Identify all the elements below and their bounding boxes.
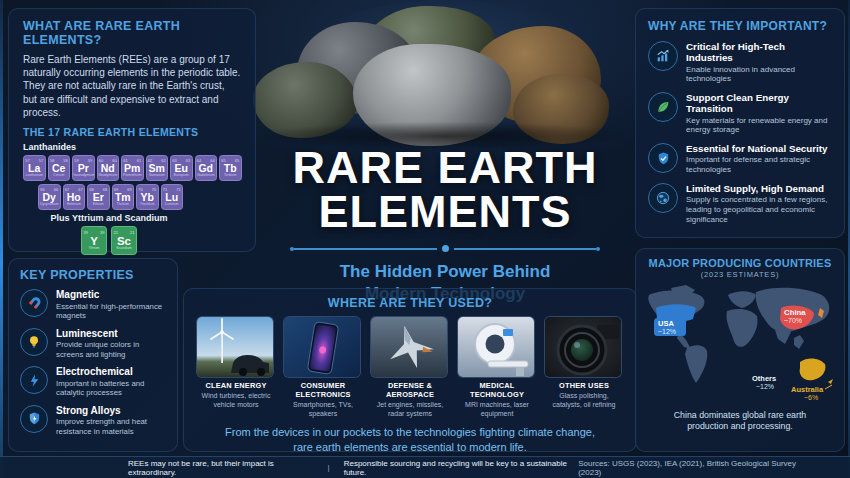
why-item-clean-energy: Support Clean Energy Transition Key mate… [648, 92, 832, 135]
lanthanide-row-1: 5757LaLanthanum 5858CeCerium 5959PrPrase… [23, 155, 241, 181]
australia-value: ~6% [804, 394, 818, 401]
what-heading: WHAT ARE RARE EARTH ELEMENTS? [23, 19, 241, 47]
usage-card-other: OTHER USES Glass polishing, catalysts, o… [544, 316, 624, 418]
element-tile-er: 6868ErErbium [87, 184, 110, 210]
what-body: Rare Earth Elements (REEs) are a group o… [23, 53, 241, 119]
usa-label: USA [658, 319, 674, 328]
property-title: Luminescent [56, 328, 166, 340]
chart-growth-icon [648, 41, 678, 71]
why-title: Critical for High-Tech Industries [686, 41, 832, 64]
magnet-icon [20, 289, 48, 317]
usage-card-desc: Wind turbines, electric vehicle motors [196, 392, 276, 410]
title-line2: ELEMENTS [318, 186, 571, 237]
others-value: ~12% [756, 383, 774, 390]
property-magnetic: Magnetic Essential for high-performance … [20, 289, 166, 321]
property-luminescent: Luminescent Provide unique colors in scr… [20, 328, 166, 360]
infographic-canvas: RARE EARTH ELEMENTS The Hidden Power Beh… [0, 0, 850, 478]
producing-countries-panel: MAJOR PRODUCING COUNTRIES (2023 ESTIMATE… [635, 248, 845, 452]
element-tile-sm: 6262SmSamarium [146, 155, 169, 181]
footer-middle-text: Responsible sourcing and recycling will … [344, 459, 579, 477]
rare-earth-minerals-photo [245, 0, 645, 152]
element-tile-tb: 6565TbTerbium [219, 155, 242, 181]
element-tile-la: 5757LaLanthanum [23, 155, 46, 181]
map-subheading: (2023 ESTIMATES) [644, 270, 836, 279]
usage-card-title: CONSUMER ELECTRONICS [283, 382, 363, 400]
why-item-supply: Limited Supply, High Demand Supply is co… [648, 183, 832, 225]
element-tile-tm: 6969TmThulium [112, 184, 135, 210]
shield-icon [20, 405, 48, 433]
globe-icon [648, 183, 678, 213]
property-strong-alloys: Strong Alloys Improve strength and heat … [20, 405, 166, 437]
property-title: Strong Alloys [56, 405, 166, 417]
title-block: RARE EARTH ELEMENTS The Hidden Power Beh… [250, 146, 640, 305]
element-tile-gd: 6464GdGadolinium [195, 155, 218, 181]
smartphone-image [283, 316, 361, 378]
camera-lens-image [544, 316, 622, 378]
map-caption: China dominates global rare earth produc… [644, 410, 836, 433]
element-tile-pr: 5959PrPraseodymium [72, 155, 95, 181]
why-desc: Enable innovation in advanced technologi… [686, 65, 832, 85]
why-desc: Key materials for renewable energy and e… [686, 116, 832, 136]
element-tile-ho: 6767HoHolmium [63, 184, 86, 210]
mri-image [457, 316, 535, 378]
property-desc: Essential for high-performance magnets [56, 302, 166, 321]
usage-card-medical: MEDICAL TECHNOLOGY MRI machines, laser e… [457, 316, 537, 418]
element-tile-nd: 6060NdNeodymium [97, 155, 120, 181]
lightning-icon [20, 366, 48, 394]
usage-card-title: OTHER USES [544, 382, 624, 391]
usage-card-desc: Glass polishing, catalysts, oil refining [544, 392, 624, 410]
shield-check-icon [648, 143, 678, 173]
footer-bar: REEs may not be rare, but their impact i… [0, 456, 850, 478]
usage-tagline: From the devices in our pockets to the t… [194, 425, 626, 455]
elements-heading: THE 17 RARE EARTH ELEMENTS [23, 126, 241, 138]
element-tile-dy: 6666DyDysprosium [38, 184, 61, 210]
yttrium-scandium-block: Plus Yttrium and Scandium 3939YYttrium 2… [29, 213, 189, 255]
usage-card-consumer-electronics: CONSUMER ELECTRONICS Smartphones, TVs, s… [283, 316, 363, 418]
why-item-hightech: Critical for High-Tech Industries Enable… [648, 41, 832, 84]
element-tile-pm: 6161PmPromethium [121, 155, 144, 181]
why-title: Support Clean Energy Transition [686, 92, 832, 115]
page-title: RARE EARTH ELEMENTS [250, 146, 640, 234]
wind-turbine-image [196, 316, 274, 378]
usage-card-clean-energy: CLEAN ENERGY Wind turbines, electric veh… [196, 316, 276, 418]
why-desc: Supply is concentrated in a few regions,… [686, 195, 832, 224]
properties-heading: KEY PROPERTIES [20, 268, 166, 282]
element-tile-lu: 7171LuLutetium [161, 184, 184, 210]
usage-card-desc: MRI machines, laser equipment [457, 401, 537, 419]
key-properties-panel: KEY PROPERTIES Magnetic Essential for hi… [8, 258, 178, 452]
lightbulb-icon [20, 328, 48, 356]
property-desc: Important in batteries and catalytic pro… [56, 379, 166, 398]
jet-image [370, 316, 448, 378]
others-label: Others [752, 374, 776, 383]
property-title: Electrochemical [56, 366, 166, 378]
left-accent-bar [0, 0, 3, 478]
why-title: Essential for National Security [686, 143, 832, 154]
why-heading: WHY ARE THEY IMPORTANT? [648, 19, 832, 33]
world-map: USA ~12% China ~70% Others ~12% Australi… [644, 282, 838, 404]
map-heading: MAJOR PRODUCING COUNTRIES [644, 257, 836, 269]
element-tile-sc: 2121ScScandium [111, 226, 137, 255]
usage-heading: WHERE ARE THEY USED? [194, 296, 626, 310]
why-title: Limited Supply, High Demand [686, 183, 832, 194]
usage-card-desc: Smartphones, TVs, speakers [283, 401, 363, 419]
china-label: China [784, 308, 806, 317]
usage-card-title: MEDICAL TECHNOLOGY [457, 382, 537, 400]
why-desc: Important for defense and strategic tech… [686, 155, 832, 175]
why-item-security: Essential for National Security Importan… [648, 143, 832, 175]
element-tile-yb: 7070YbYtterbium [136, 184, 159, 210]
element-tile-ce: 5858CeCerium [48, 155, 71, 181]
usage-card-defense: DEFENSE & AEROSPACE Jet engines, missile… [370, 316, 450, 418]
china-value: ~70% [784, 317, 802, 324]
property-electrochemical: Electrochemical Important in batteries a… [20, 366, 166, 398]
usa-value: ~12% [658, 328, 676, 335]
why-important-panel: WHY ARE THEY IMPORTANT? Critical for Hig… [635, 8, 845, 238]
element-tile-eu: 6363EuEuropium [170, 155, 193, 181]
leaf-icon [648, 92, 678, 122]
property-desc: Improve strength and heat resistance in … [56, 417, 166, 436]
usage-card-title: CLEAN ENERGY [196, 382, 276, 391]
property-title: Magnetic [56, 289, 166, 301]
lanthanide-row-2: 6666DyDysprosium 6767HoHolmium 6868ErErb… [38, 184, 241, 210]
property-desc: Provide unique colors in screens and lig… [56, 340, 166, 359]
where-used-panel: WHERE ARE THEY USED? [183, 288, 637, 452]
footer-left-text: REEs may not be rare, but their impact i… [128, 459, 314, 477]
